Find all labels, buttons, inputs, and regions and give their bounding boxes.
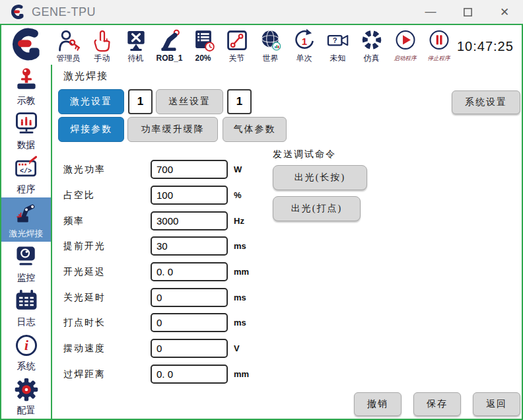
log-calendar-icon bbox=[13, 288, 40, 314]
undo-button[interactable]: 撤销 bbox=[354, 392, 401, 416]
sidebar-item-teach[interactable]: 示教 bbox=[1, 65, 51, 109]
single-cycle-icon: 1 bbox=[292, 28, 317, 53]
back-button[interactable]: 返回 bbox=[473, 392, 520, 416]
sidebar-item-label: 配置 bbox=[17, 405, 36, 417]
toolbar-item-label: 待机 bbox=[128, 54, 144, 63]
tab-welding-params[interactable]: 焊接参数 bbox=[58, 117, 124, 142]
speed-list-clock-icon bbox=[191, 28, 216, 53]
laser-on-spot-button[interactable]: 出光(打点) bbox=[273, 196, 361, 221]
sidebar-item-laser-welding[interactable]: 激光焊接 bbox=[1, 197, 51, 242]
sidebar-item-label: 激光焊接 bbox=[9, 228, 44, 240]
laser-power-input[interactable] bbox=[151, 160, 228, 179]
param-unit: V bbox=[234, 343, 240, 353]
toolbar-item-simulation[interactable]: 仿真 bbox=[355, 27, 388, 63]
toolbar-item-user-level[interactable]: 管理员 bbox=[52, 27, 85, 63]
sidebar-item-label: 数据 bbox=[17, 139, 36, 151]
toolbar-item-label: 关节 bbox=[229, 54, 245, 63]
sidebar-item-config[interactable]: 配置 bbox=[1, 374, 51, 419]
world-globe-icon bbox=[258, 28, 283, 53]
over-weld-distance-input[interactable] bbox=[151, 365, 228, 384]
sidebar-item-system[interactable]: i 系统 bbox=[1, 330, 51, 374]
laser-welding-robot-icon bbox=[13, 199, 40, 226]
toolbar-item-run-mode[interactable]: 1 单次 bbox=[287, 27, 321, 63]
svg-text:</>: </> bbox=[20, 168, 32, 175]
svg-text:i: i bbox=[24, 337, 28, 353]
param-label: 占空比 bbox=[63, 190, 143, 201]
toolbar-item-camera[interactable]: ? 未知 bbox=[321, 27, 355, 63]
sidebar-item-label: 监控 bbox=[17, 272, 36, 284]
tab-wire-feed-settings[interactable]: 送丝设置 bbox=[156, 89, 223, 114]
toolbar-item-start-program[interactable]: 启动程序 bbox=[388, 27, 422, 63]
tab-gas-params[interactable]: 气体参数 bbox=[223, 117, 287, 142]
laser-on-delay-input[interactable] bbox=[151, 262, 228, 281]
data-chart-icon bbox=[13, 111, 40, 137]
param-unit: ms bbox=[234, 293, 246, 302]
config-gear-icon bbox=[13, 376, 40, 403]
brand-logo-icon bbox=[7, 27, 45, 61]
toolbar-item-frame[interactable]: 世界 bbox=[254, 27, 287, 63]
system-clock: 10:47:25 bbox=[457, 39, 514, 54]
toolbar-item-speed[interactable]: 20% bbox=[186, 27, 220, 63]
toolbar-item-stop-program[interactable]: 停止程序 bbox=[422, 27, 456, 63]
svg-text:?: ? bbox=[332, 36, 337, 44]
toolbar-item-label: 管理员 bbox=[57, 54, 81, 63]
nav-sidebar: 示教 数据 </> 程序 bbox=[0, 65, 52, 420]
laser-on-hold-button[interactable]: 出光(长按) bbox=[273, 165, 367, 190]
param-unit: ms bbox=[234, 318, 246, 328]
duty-cycle-input[interactable] bbox=[151, 186, 228, 205]
app-window: GENE-TPU — ✕ 管理员 bbox=[0, 0, 523, 420]
param-unit: mm bbox=[234, 369, 249, 379]
toolbar-item-mode[interactable]: 手动 bbox=[85, 27, 119, 63]
spot-duration-input[interactable] bbox=[151, 313, 228, 332]
maximize-icon bbox=[463, 7, 473, 17]
advance-laser-on-input[interactable] bbox=[151, 236, 228, 256]
sidebar-item-label: 程序 bbox=[17, 184, 36, 195]
system-settings-button[interactable]: 系统设置 bbox=[452, 90, 520, 114]
program-code-icon: </> bbox=[13, 155, 40, 182]
manual-hand-icon bbox=[90, 28, 114, 53]
maximize-button[interactable] bbox=[449, 0, 486, 24]
tab-power-ramp[interactable]: 功率缓升缓降 bbox=[127, 117, 218, 142]
sidebar-item-monitor[interactable]: 监控 bbox=[1, 242, 51, 286]
laser-off-delay-input[interactable] bbox=[151, 288, 228, 307]
param-label: 关光延时 bbox=[63, 292, 143, 304]
weave-speed-input[interactable] bbox=[151, 339, 228, 358]
toolbar-item-label: 世界 bbox=[263, 54, 279, 63]
page-title: 激光焊接 bbox=[63, 70, 108, 83]
param-label: 打点时长 bbox=[63, 317, 143, 329]
svg-text:1: 1 bbox=[301, 35, 306, 46]
param-unit: mm bbox=[234, 267, 249, 277]
param-label: 开光延迟 bbox=[63, 266, 143, 278]
param-label: 过焊距离 bbox=[63, 368, 143, 380]
simulation-ring-icon bbox=[359, 28, 384, 53]
toolbar-item-coord-mode[interactable]: 关节 bbox=[220, 27, 254, 63]
wire-channel-input[interactable] bbox=[227, 89, 252, 114]
joint-gauge-icon bbox=[225, 28, 250, 53]
sidebar-item-log[interactable]: 日志 bbox=[1, 286, 51, 330]
param-unit: W bbox=[234, 164, 242, 174]
sidebar-item-data[interactable]: 数据 bbox=[1, 109, 51, 153]
toolbar-item-label: 启动程序 bbox=[394, 54, 417, 63]
param-unit: ms bbox=[234, 241, 246, 251]
toolbar-item-label: ROB_1 bbox=[156, 54, 182, 63]
save-button[interactable]: 保存 bbox=[413, 392, 461, 416]
status-toolbar: 管理员 手动 待机 bbox=[0, 24, 523, 66]
main-panel: 激光焊接 激光设置 送丝设置 系统设置 焊接参数 功率缓升缓降 气体参数 激光功… bbox=[52, 65, 523, 420]
toolbar-item-robot[interactable]: ROB_1 bbox=[153, 27, 186, 63]
frequency-input[interactable] bbox=[151, 211, 228, 230]
unknown-camera-icon: ? bbox=[325, 28, 351, 53]
toolbar-item-run-state[interactable]: 待机 bbox=[119, 27, 153, 63]
teach-joystick-icon bbox=[14, 67, 39, 93]
minimize-button[interactable]: — bbox=[412, 0, 449, 24]
system-info-icon: i bbox=[13, 332, 40, 359]
window-title: GENE-TPU bbox=[32, 5, 96, 19]
toolbar-item-label: 单次 bbox=[296, 54, 312, 63]
sidebar-item-program[interactable]: </> 程序 bbox=[1, 153, 51, 197]
monitor-camera-icon bbox=[13, 244, 40, 270]
sidebar-item-label: 示教 bbox=[17, 95, 36, 107]
laser-channel-input[interactable] bbox=[128, 89, 153, 114]
tab-laser-settings[interactable]: 激光设置 bbox=[58, 89, 124, 114]
titlebar: GENE-TPU — ✕ bbox=[0, 0, 523, 24]
close-button[interactable]: ✕ bbox=[486, 0, 523, 24]
standby-monitor-icon bbox=[123, 28, 149, 53]
